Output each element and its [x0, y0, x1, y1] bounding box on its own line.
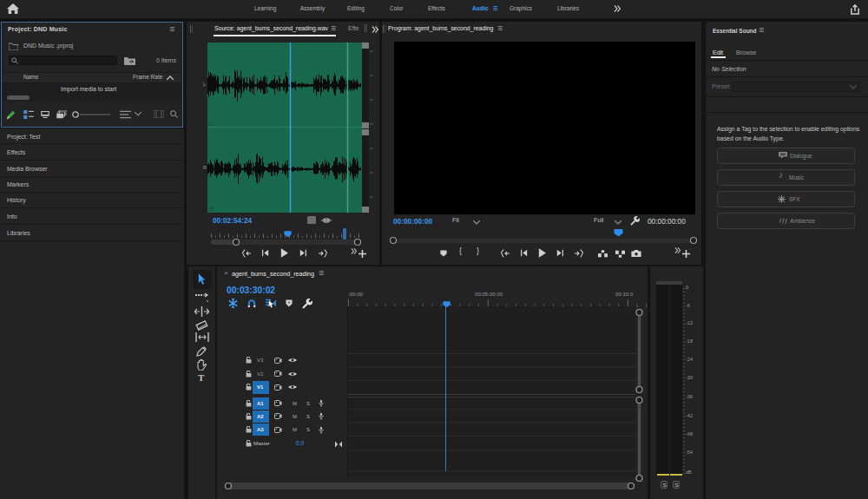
- svg-text:R: R: [209, 206, 214, 212]
- svg-text:L: L: [209, 121, 213, 127]
